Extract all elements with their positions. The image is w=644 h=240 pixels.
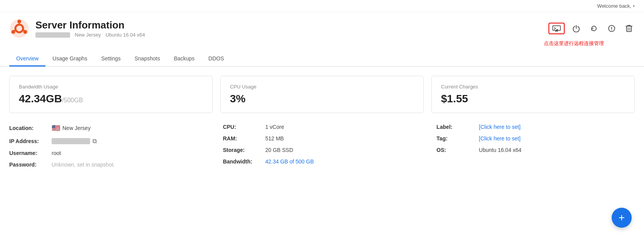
cpu-detail-value: 1 vCore — [265, 124, 284, 130]
tab-settings[interactable]: Settings — [94, 52, 128, 67]
details-row: Location: 🇺🇸 New Jersey IP Address: ⧉ Us… — [9, 124, 635, 173]
cpu-card: CPU Usage 3% — [220, 76, 424, 113]
location-value: 🇺🇸 New Jersey — [52, 124, 91, 132]
tab-overview[interactable]: Overview — [9, 52, 45, 67]
us-flag-icon: 🇺🇸 — [52, 124, 60, 132]
label-label: Label: — [436, 124, 479, 130]
details-left-col: Location: 🇺🇸 New Jersey IP Address: ⧉ Us… — [9, 124, 208, 173]
cpu-value-display: 3% — [230, 93, 414, 105]
os-item: OS: Ubuntu 16.04 x64 — [436, 147, 635, 153]
welcome-dropdown-arrow[interactable]: ▾ — [633, 4, 635, 8]
ip-blurred-display — [52, 138, 90, 144]
header-actions — [548, 22, 635, 35]
header-location: New Jersey — [75, 32, 101, 38]
username-value: root — [52, 150, 61, 156]
bandwidth-denom: /500GB — [62, 97, 83, 103]
username-item: Username: root — [9, 150, 208, 156]
tab-ddos[interactable]: DDOS — [201, 52, 231, 67]
location-label: Location: — [9, 125, 52, 131]
location-name: New Jersey — [62, 125, 91, 131]
details-right-col: Label: [Click here to set] Tag: [Click h… — [436, 124, 635, 173]
ram-item: RAM: 512 MB — [223, 135, 421, 142]
svg-line-7 — [15, 30, 15, 31]
alert-icon — [608, 25, 615, 32]
ip-value: ⧉ — [52, 138, 97, 145]
ram-value: 512 MB — [265, 135, 284, 142]
header-section: Server Information New Jersey Ubuntu 16.… — [0, 12, 644, 38]
bandwidth-detail-label: Bandwidth: — [223, 158, 265, 165]
svg-line-6 — [23, 30, 24, 31]
os-label: OS: — [436, 147, 479, 153]
ip-label: IP Address: — [9, 138, 52, 144]
delete-icon — [626, 25, 632, 32]
cpu-detail-label: CPU: — [223, 124, 265, 130]
bandwidth-value: 42.34GB/500GB — [19, 93, 203, 105]
refresh-button[interactable] — [588, 22, 600, 35]
tab-snapshots[interactable]: Snapshots — [127, 52, 167, 67]
ram-label: RAM: — [223, 135, 265, 142]
bandwidth-value-main: 42.34GB — [19, 93, 62, 105]
svg-point-14 — [611, 30, 612, 30]
location-item: Location: 🇺🇸 New Jersey — [9, 124, 208, 132]
power-icon — [572, 25, 580, 32]
nav-tabs: Overview Usage Graphs Settings Snapshots… — [0, 52, 644, 67]
cpu-detail-item: CPU: 1 vCore — [223, 124, 421, 130]
server-info-text: Server Information New Jersey Ubuntu 16.… — [35, 19, 145, 38]
storage-item: Storage: 20 GB SSD — [223, 147, 421, 153]
charges-card: Current Charges $1.55 — [431, 76, 635, 113]
storage-label: Storage: — [223, 147, 265, 153]
stats-row: Bandwidth Usage 42.34GB/500GB CPU Usage … — [9, 76, 635, 113]
tab-backups[interactable]: Backups — [167, 52, 201, 67]
top-bar: Welcome back, ▾ — [0, 0, 644, 12]
password-item: Password: Unknown, set in snapshot. — [9, 162, 208, 168]
server-meta: New Jersey Ubuntu 16.04 x64 — [35, 32, 145, 38]
power-button[interactable] — [570, 22, 582, 35]
tab-usage-graphs[interactable]: Usage Graphs — [45, 52, 94, 67]
charges-value: $1.55 — [441, 93, 625, 105]
header-os: Ubuntu 16.04 x64 — [106, 32, 145, 38]
welcome-area: Welcome back, ▾ — [597, 3, 635, 9]
os-value: Ubuntu 16.04 x64 — [479, 147, 522, 153]
bandwidth-detail-item: Bandwidth: 42.34 GB of 500 GB — [223, 158, 421, 165]
tag-item: Tag: [Click here to set] — [436, 135, 635, 142]
server-title-area: Server Information New Jersey Ubuntu 16.… — [9, 18, 145, 38]
alert-button[interactable] — [605, 22, 618, 35]
console-button[interactable] — [548, 23, 565, 34]
bandwidth-detail-value[interactable]: 42.34 GB of 500 GB — [265, 158, 314, 165]
console-icon — [552, 25, 561, 32]
ip-item: IP Address: ⧉ — [9, 138, 208, 145]
charges-value-main: $1.55 — [441, 93, 468, 105]
password-label: Password: — [9, 162, 52, 168]
remote-connection-note: 点击这里进行远程连接管理 — [544, 40, 604, 47]
delete-button[interactable] — [623, 22, 635, 35]
label-item: Label: [Click here to set] — [436, 124, 635, 130]
header-ip — [35, 32, 70, 38]
charges-label: Current Charges — [441, 84, 625, 90]
bandwidth-label: Bandwidth Usage — [19, 84, 203, 90]
welcome-text: Welcome back, — [597, 3, 631, 9]
storage-value: 20 GB SSD — [265, 147, 293, 153]
tag-label: Tag: — [436, 135, 479, 142]
label-value[interactable]: [Click here to set] — [479, 124, 520, 130]
username-label: Username: — [9, 150, 52, 156]
main-content: Bandwidth Usage 42.34GB/500GB CPU Usage … — [0, 67, 644, 182]
copy-ip-icon[interactable]: ⧉ — [92, 138, 97, 145]
page-title: Server Information — [35, 19, 145, 31]
tag-value[interactable]: [Click here to set] — [479, 135, 520, 142]
bandwidth-card: Bandwidth Usage 42.34GB/500GB — [9, 76, 213, 113]
svg-rect-15 — [627, 26, 631, 32]
password-value: Unknown, set in snapshot. — [52, 162, 115, 168]
ubuntu-logo-icon — [9, 18, 29, 38]
svg-point-2 — [17, 20, 21, 23]
cpu-label: CPU Usage — [230, 84, 414, 90]
details-mid-col: CPU: 1 vCore RAM: 512 MB Storage: 20 GB … — [223, 124, 421, 173]
cpu-value-main: 3% — [230, 93, 245, 105]
refresh-icon — [590, 25, 598, 32]
